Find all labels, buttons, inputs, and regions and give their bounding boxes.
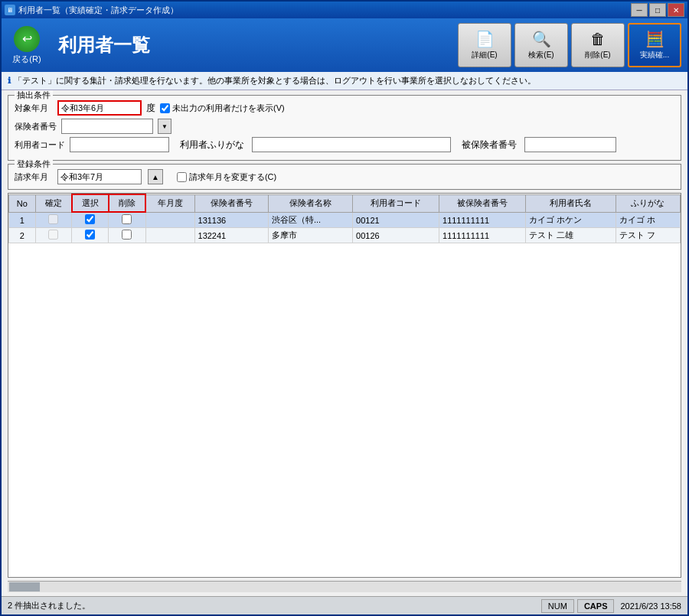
num-indicator: NUM [541,599,574,613]
maximize-button[interactable]: □ [649,3,666,17]
user-code-label: 利用者コード [15,139,65,151]
app-icon: 🖥 [5,5,15,15]
data-table: No 確定 選択 削除 年月度 保険者番号 保険者名称 利用者コード 被保険者番… [8,194,681,243]
table-cell: テスト フ [616,228,681,243]
table-cell: 2 [9,228,36,243]
toolbar-buttons: 📄 詳細(E) 🔍 検索(E) 🗑 削除(E) 🧮 実績確... [458,23,681,67]
table-cell: カイゴ ホケン [525,212,616,228]
delete-button[interactable]: 🗑 削除(E) [571,23,625,67]
table-cell: 131136 [194,212,268,228]
insured-number-label: 被保険者番号 [462,139,517,152]
table-cell[interactable] [35,212,71,228]
title-bar-buttons: ─ □ ✕ [631,3,684,17]
delete-label: 削除(E) [585,50,610,60]
col-deleted: 削除 [109,194,145,212]
toolbar: ↩ 戻る(R) 利用者一覧 📄 詳細(E) 🔍 検索(E) 🗑 削除(E) 🧮 … [2,18,687,72]
table-body: 1131136渋谷区（特...001211111111111カイゴ ホケンカイゴ… [9,212,681,243]
filter-section: 抽出条件 対象年月 度 未出力の利用者だけを表示(V) 保険者番号 ▼ 利用者コ… [8,95,681,161]
insurer-number-input[interactable] [61,119,153,134]
insured-number-input[interactable] [524,137,616,152]
confirm-label: 実績確... [640,50,669,60]
insurer-number-label: 保険者番号 [15,121,57,132]
table-cell: 00121 [353,212,439,228]
data-table-container[interactable]: No 確定 選択 削除 年月度 保険者番号 保険者名称 利用者コード 被保険者番… [8,193,681,578]
close-button[interactable]: ✕ [668,3,684,17]
table-cell[interactable] [72,228,109,243]
table-cell [145,212,194,228]
unoutput-checkbox[interactable] [160,103,170,113]
col-furigana: ふりがな [616,194,681,212]
table-cell: 渋谷区（特... [268,212,352,228]
search-button[interactable]: 🔍 検索(E) [514,23,568,67]
user-code-row: 利用者コード 利用者ふりがな 被保険者番号 [15,137,674,152]
main-window: 🖥 利用者一覧（実績確定・請求データ作成） ─ □ ✕ ↩ 戻る(R) 利用者一… [0,0,689,616]
target-month-input[interactable] [57,100,142,116]
insurer-dropdown-btn[interactable]: ▼ [158,119,171,134]
user-furigana-input[interactable] [252,137,451,152]
table-cell[interactable] [72,212,109,228]
detail-icon: 📄 [475,30,495,48]
search-label: 検索(E) [528,50,553,60]
col-insurer-name: 保険者名称 [268,194,352,212]
table-header-row: No 確定 選択 削除 年月度 保険者番号 保険者名称 利用者コード 被保険者番… [9,194,681,212]
search-icon: 🔍 [532,30,551,48]
main-content: 抽出条件 対象年月 度 未出力の利用者だけを表示(V) 保険者番号 ▼ 利用者コ… [2,90,687,596]
table-cell: 00126 [353,228,439,243]
filter-section-label: 抽出条件 [15,90,53,101]
scrollbar-thumb[interactable] [9,582,40,592]
billing-month-row: 請求年月 ▲ 請求年月を変更する(C) [15,169,674,184]
col-user-code: 利用者コード [353,194,439,212]
back-icon: ↩ [14,26,40,52]
billing-month-input[interactable] [57,169,142,184]
table-cell[interactable] [109,212,145,228]
title-bar-left: 🖥 利用者一覧（実績確定・請求データ作成） [5,5,178,16]
table-cell[interactable] [109,228,145,243]
window-title: 利用者一覧（実績確定・請求データ作成） [18,5,178,16]
info-text: 「テスト」に関する集計・請求処理を行ないます。他の事業所を対象とする場合は、ログ… [14,76,536,85]
degree-label: 度 [146,102,155,115]
change-billing-checkbox[interactable] [177,172,187,182]
page-title: 利用者一覧 [52,33,452,57]
delete-icon: 🗑 [590,31,606,48]
table-row[interactable]: 2132241多摩市001261111111111テスト 二雄テスト フ [9,228,681,243]
table-cell: 1111111111 [439,212,526,228]
scrollbar-track [8,582,681,592]
table-cell: 1111111111 [439,228,526,243]
target-month-label: 対象年月 [15,103,53,114]
table-cell: 132241 [194,228,268,243]
table-row[interactable]: 1131136渋谷区（特...001211111111111カイゴ ホケンカイゴ… [9,212,681,228]
detail-button[interactable]: 📄 詳細(E) [458,23,511,67]
status-bar: 2 件抽出されました。 NUM CAPS 2021/6/23 13:58 [2,596,687,614]
status-datetime: 2021/6/23 13:58 [620,601,681,611]
user-code-input[interactable] [70,137,169,152]
info-bar: ℹ「テスト」に関する集計・請求処理を行ないます。他の事業所を対象とする場合は、ロ… [2,72,687,90]
minimize-button[interactable]: ─ [631,3,648,17]
billing-month-picker[interactable]: ▲ [148,169,163,184]
detail-label: 詳細(E) [472,50,497,60]
table-cell: 1 [9,212,36,228]
register-section-label: 登録条件 [15,158,53,170]
target-month-row: 対象年月 度 未出力の利用者だけを表示(V) [15,100,674,116]
table-cell: テスト 二雄 [525,228,616,243]
user-furigana-label: 利用者ふりがな [180,139,244,152]
col-selected: 選択 [72,194,109,212]
confirm-button[interactable]: 🧮 実績確... [628,23,681,67]
back-label: 戻る(R) [12,54,41,65]
register-section: 登録条件 請求年月 ▲ 請求年月を変更する(C) [8,164,681,190]
change-billing-label[interactable]: 請求年月を変更する(C) [177,171,276,183]
change-billing-text: 請求年月を変更する(C) [189,171,276,183]
col-insurer-no: 保険者番号 [194,194,268,212]
col-insured-no: 被保険者番号 [439,194,526,212]
col-year-month: 年月度 [145,194,194,212]
table-cell: 多摩市 [268,228,352,243]
caps-indicator: CAPS [577,599,615,613]
unoutput-checkbox-label[interactable]: 未出力の利用者だけを表示(V) [160,103,285,114]
table-cell: カイゴ ホ [616,212,681,228]
col-user-name: 利用者氏名 [525,194,616,212]
title-bar: 🖥 利用者一覧（実績確定・請求データ作成） ─ □ ✕ [2,2,687,18]
table-cell [145,228,194,243]
table-cell[interactable] [35,228,71,243]
col-confirmed: 確定 [35,194,71,212]
back-button[interactable]: ↩ 戻る(R) [8,26,46,65]
horizontal-scrollbar[interactable] [8,581,681,592]
